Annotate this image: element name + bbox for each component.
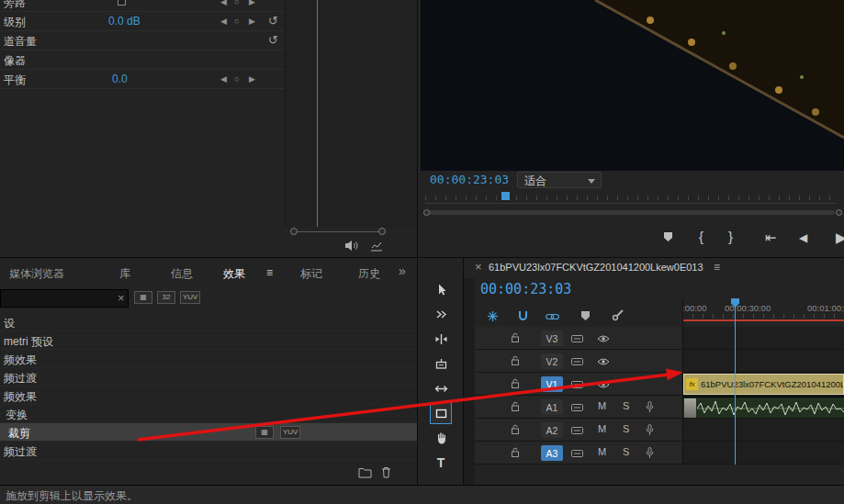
rectangle-tool-icon[interactable] [430,402,452,424]
effects-item-lumetri-presets[interactable]: metri 预设 [0,331,418,350]
close-sequence-icon[interactable]: × [475,260,482,274]
tab-media-browser[interactable]: 媒体浏览器 [9,266,64,282]
toggle-track-output-eye-icon[interactable] [597,334,610,343]
balance-value[interactable]: 0.0 [112,73,128,85]
solo-button[interactable]: S [623,423,629,434]
track-target-a3[interactable]: A3 [541,445,563,461]
clear-search-icon[interactable]: × [118,291,125,305]
razor-tool-icon[interactable] [430,353,452,375]
video-clip-v1[interactable]: fx 61bPVU23lx07FCKVtGZ201041200Lkew0E013 [683,374,844,395]
sync-lock-icon[interactable] [571,426,583,435]
next-keyframe-icon[interactable]: ▶ [249,0,255,6]
mark-out-icon[interactable]: } [728,229,733,244]
goto-in-icon[interactable]: ⇤ [765,230,777,246]
new-custom-bin-icon[interactable] [357,466,372,479]
sync-lock-icon[interactable] [571,334,583,343]
effects-item-video-effects[interactable]: 频效果 [0,386,418,405]
hand-tool-icon[interactable] [430,427,452,449]
lane-a3[interactable] [682,442,844,465]
32bit-effects-badge[interactable]: 32 [157,291,175,304]
monitor-scroll-handle-left[interactable] [423,209,430,216]
tab-history[interactable]: 历史 [358,266,380,282]
track-target-a1[interactable]: A1 [541,399,563,415]
effects-search-input[interactable] [0,289,129,308]
ec-zoom-bar[interactable] [296,231,384,232]
solo-button[interactable]: S [623,400,629,411]
mute-button[interactable]: M [598,446,606,457]
sync-lock-icon[interactable] [571,357,583,366]
solo-button[interactable]: S [623,446,629,457]
ripple-edit-tool-icon[interactable] [430,328,452,350]
timeline-menu-icon[interactable]: ≡ [714,261,720,274]
type-tool-icon[interactable]: T [430,452,452,474]
sequence-tab-title[interactable]: 61bPVU23lx07FCKVtGZ201041200Lkew0E013 [489,262,703,273]
add-keyframe-icon[interactable]: ○ [234,0,239,6]
more-tabs-icon[interactable]: » [399,263,406,278]
step-back-icon[interactable]: ◀ [799,231,807,244]
tab-markers[interactable]: 标记 [300,266,322,282]
prev-keyframe-icon[interactable]: ◀ [220,0,227,6]
timeline-ruler-ticks[interactable] [682,314,844,319]
audio-clip-a1[interactable] [683,397,844,418]
effect-timeline-playhead[interactable] [317,0,318,227]
accelerated-effects-badge[interactable]: ▦ [134,291,152,304]
program-timecode[interactable]: 00:00:23:03 [430,173,509,186]
delete-bin-icon[interactable] [380,465,392,479]
next-keyframe-icon[interactable]: ▶ [249,74,255,84]
yuv-effects-badge[interactable]: YUV [180,291,200,304]
effects-item-audio-transitions[interactable]: 频过渡 [0,368,418,386]
timeline-settings-wrench-icon[interactable] [611,308,624,321]
monitor-scrollbar[interactable] [427,210,835,215]
selection-tool-icon[interactable] [430,278,452,300]
timeline-timecode[interactable]: 00:00:23:03 [480,281,571,297]
add-keyframe-icon[interactable]: ○ [234,17,239,26]
reset-param-icon[interactable]: ↺ [268,14,278,28]
lock-icon[interactable] [511,401,520,412]
lane-a2[interactable] [682,419,844,442]
linked-selection-icon[interactable] [545,311,559,321]
sync-lock-icon[interactable] [571,449,583,458]
prev-keyframe-icon[interactable]: ◀ [220,74,227,84]
reset-param-icon[interactable]: ↺ [268,33,278,47]
level-value[interactable]: 0.0 dB [108,15,141,28]
play-button-icon[interactable]: ▶ [836,230,844,246]
mute-button[interactable]: M [598,400,606,411]
voiceover-mic-icon[interactable] [646,447,654,459]
track-target-v3[interactable]: V3 [541,330,563,346]
toggle-audio-units-icon[interactable] [369,240,384,252]
monitor-scroll-handle-right[interactable] [836,209,842,216]
ec-zoom-handle-right[interactable] [378,228,386,235]
voiceover-mic-icon[interactable] [646,401,654,413]
track-target-v2[interactable]: V2 [541,353,563,369]
lane-v2[interactable] [682,350,844,373]
panel-menu-icon[interactable]: ≡ [266,266,273,279]
tab-libraries[interactable]: 库 [119,266,130,282]
add-marker-icon[interactable] [580,309,591,321]
timeline-playhead-line[interactable] [735,306,736,465]
lock-icon[interactable] [511,378,520,389]
voiceover-mic-icon[interactable] [646,424,654,436]
play-audio-icon[interactable] [343,239,360,252]
zoom-select[interactable]: 适合 [517,172,602,188]
effects-item-presets[interactable]: 设 [0,313,418,331]
sync-lock-icon[interactable] [571,380,583,389]
monitor-ruler[interactable] [425,196,837,200]
lock-icon[interactable] [511,332,520,343]
track-target-v1[interactable]: V1 [541,376,563,392]
lock-icon[interactable] [511,355,520,366]
next-keyframe-icon[interactable]: ▶ [249,17,255,26]
slip-tool-icon[interactable] [430,377,452,399]
toggle-track-output-eye-icon[interactable] [597,357,610,366]
add-keyframe-icon[interactable]: ○ [234,74,239,84]
lock-icon[interactable] [511,447,520,458]
monitor-playhead[interactable] [501,192,510,200]
track-target-a2[interactable]: A2 [541,422,563,438]
ec-zoom-handle-left[interactable] [290,228,298,235]
bypass-checkbox[interactable] [118,0,126,6]
tab-effects[interactable]: 效果 [223,266,245,282]
add-marker-icon[interactable] [662,230,674,242]
prev-keyframe-icon[interactable]: ◀ [220,17,227,26]
effects-item-video-transitions[interactable]: 频过渡 [0,442,418,460]
sync-lock-icon[interactable] [571,403,583,412]
snap-magnet-icon[interactable] [516,309,529,322]
